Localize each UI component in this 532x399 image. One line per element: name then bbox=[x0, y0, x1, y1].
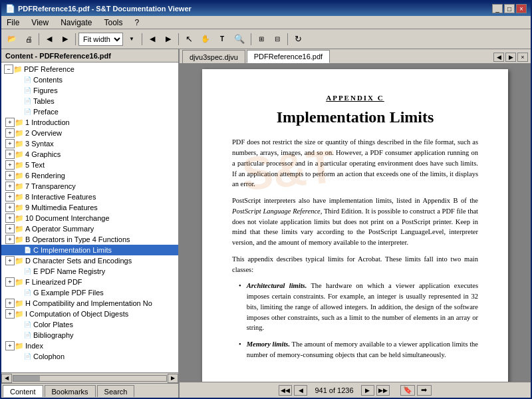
print-button[interactable]: 🖨 bbox=[21, 32, 36, 47]
tree-node-C[interactable]: 📄 C Implementation Limits bbox=[1, 245, 178, 255]
expander-9[interactable]: + bbox=[5, 203, 15, 212]
next-page-toolbar[interactable]: ▶ bbox=[161, 32, 176, 47]
hand-tool[interactable]: ✋ bbox=[198, 32, 213, 47]
tab-content[interactable]: Content bbox=[3, 385, 43, 397]
tree-node-contents[interactable]: 📄 Contents bbox=[1, 74, 178, 85]
expander-10[interactable]: + bbox=[5, 213, 15, 223]
menu-tools[interactable]: Tools bbox=[102, 17, 126, 28]
tree-node-I[interactable]: + 📁 I Computation of Object Digests bbox=[1, 309, 178, 319]
tab-nav: ◀ ▶ × bbox=[493, 53, 528, 63]
hscroll-right-btn[interactable]: ▶ bbox=[168, 374, 178, 383]
tree-node-7[interactable]: + 📁 7 Transparency bbox=[1, 181, 178, 192]
next-page-button[interactable]: ▶ bbox=[361, 385, 374, 396]
maximize-button[interactable]: □ bbox=[504, 4, 515, 13]
open-button[interactable]: 📂 bbox=[4, 32, 20, 47]
tree-node-colorplates[interactable]: 📄 Color Plates bbox=[1, 319, 178, 330]
tree-node-preface[interactable]: 📄 Preface bbox=[1, 106, 178, 117]
expander-root[interactable]: − bbox=[4, 65, 13, 74]
tab-bookmarks[interactable]: Bookmarks bbox=[45, 385, 96, 397]
menu-view[interactable]: View bbox=[29, 17, 51, 28]
expander-index[interactable]: + bbox=[5, 341, 15, 350]
minimize-button[interactable]: _ bbox=[492, 4, 503, 13]
tab-pdf[interactable]: PDFReference16.pdf bbox=[247, 50, 330, 63]
tab-prev-btn[interactable]: ◀ bbox=[493, 53, 504, 62]
tab-close-btn[interactable]: × bbox=[517, 53, 528, 62]
menu-file[interactable]: File bbox=[4, 17, 22, 28]
prev-page-toolbar[interactable]: ◀ bbox=[145, 32, 160, 47]
tree-node-index[interactable]: + 📁 Index bbox=[1, 340, 178, 351]
tree-node-E[interactable]: 📄 E PDF Name Registry bbox=[1, 266, 178, 277]
menubar: File View Navigate Tools ? bbox=[1, 16, 531, 29]
rotate-tool[interactable]: ↻ bbox=[291, 32, 305, 47]
tab-search[interactable]: Search bbox=[97, 385, 135, 397]
tree-node-B[interactable]: + 📁 B Operators in Type 4 Functions bbox=[1, 234, 178, 245]
tree-node-G[interactable]: 📄 G Example PDF Files bbox=[1, 287, 178, 298]
tree-node-5[interactable]: + 📁 5 Text bbox=[1, 160, 178, 170]
fit-page-tool[interactable]: ⊟ bbox=[270, 32, 285, 47]
tree-node-9[interactable]: + 📁 9 Multimedia Features bbox=[1, 202, 178, 213]
tree-node-6[interactable]: + 📁 6 Rendering bbox=[1, 170, 178, 181]
tree-node-colophon[interactable]: 📄 Colophon bbox=[1, 351, 178, 362]
menu-help[interactable]: ? bbox=[132, 17, 142, 28]
app-icon: 📄 bbox=[5, 4, 15, 13]
forward-button[interactable]: ▶ bbox=[58, 32, 72, 47]
tree-node-figures[interactable]: 📄 Figures bbox=[1, 85, 178, 96]
content-area: Content - PDFReference16.pdf − 📁 PDF Ref… bbox=[1, 49, 531, 398]
tree-node-H[interactable]: + 📁 H Compatibility and Implementation N… bbox=[1, 298, 178, 309]
expander-F[interactable]: + bbox=[5, 277, 15, 287]
zoom-dropdown-button[interactable]: ▼ bbox=[124, 32, 139, 47]
tree-node-root[interactable]: − 📁 PDF Reference bbox=[1, 64, 178, 74]
tree-node-tables[interactable]: 📄 Tables bbox=[1, 96, 178, 106]
tree-label-10: 10 Document Interchange bbox=[25, 214, 110, 222]
first-page-button[interactable]: ◀◀ bbox=[279, 385, 292, 396]
expander-3[interactable]: + bbox=[5, 139, 15, 148]
tab-header: djvu3spec.djvu PDFReference16.pdf ◀ ▶ × bbox=[180, 49, 531, 64]
folder-icon-H: 📁 bbox=[15, 299, 24, 308]
pdf-body: PDF does not restrict the size or quanti… bbox=[232, 137, 478, 360]
prev-page-button[interactable]: ◀ bbox=[294, 385, 307, 396]
tree-node-10[interactable]: + 📁 10 Document Interchange bbox=[1, 213, 178, 223]
tree-node-F[interactable]: + 📁 F Linearized PDF bbox=[1, 277, 178, 287]
tree-node-2[interactable]: + 📁 2 Overview bbox=[1, 128, 178, 138]
folder-icon-3: 📁 bbox=[15, 139, 24, 148]
tree-node-4[interactable]: + 📁 4 Graphics bbox=[1, 149, 178, 160]
expander-1[interactable]: + bbox=[5, 118, 15, 127]
tree-node-biblio[interactable]: 📄 Bibliography bbox=[1, 330, 178, 340]
text-tool[interactable]: T bbox=[215, 32, 229, 47]
tree-container[interactable]: − 📁 PDF Reference 📄 Contents 📄 Figures bbox=[1, 63, 178, 372]
expander-I[interactable]: + bbox=[5, 309, 15, 319]
expander-D[interactable]: + bbox=[5, 256, 15, 265]
tree-node-3[interactable]: + 📁 3 Syntax bbox=[1, 138, 178, 149]
pdf-bullet1-text: Architectural limits. The hardware on wh… bbox=[247, 281, 478, 333]
zoom-in-tool[interactable]: 🔍 bbox=[231, 32, 248, 47]
close-button[interactable]: × bbox=[516, 4, 527, 13]
toolbar-sep-2 bbox=[75, 33, 76, 45]
tree-node-1[interactable]: + 📁 1 Introduction bbox=[1, 117, 178, 128]
fit-width-tool[interactable]: ⊞ bbox=[254, 32, 269, 47]
tree-node-A[interactable]: + 📁 A Operator Summary bbox=[1, 223, 178, 234]
expander-B[interactable]: + bbox=[5, 235, 15, 244]
expander-A[interactable]: + bbox=[5, 224, 15, 233]
menu-navigate[interactable]: Navigate bbox=[58, 17, 94, 28]
back-button[interactable]: ◀ bbox=[42, 32, 57, 47]
goto-button[interactable]: ➡ bbox=[417, 385, 432, 396]
last-page-button[interactable]: ▶▶ bbox=[376, 385, 390, 396]
pdf-area[interactable]: S&T APPENDIX C Implementation Limits PDF… bbox=[180, 64, 531, 382]
tree-node-D[interactable]: + 📁 D Character Sets and Encodings bbox=[1, 255, 178, 266]
tab-next-btn[interactable]: ▶ bbox=[505, 53, 516, 62]
expander-H[interactable]: + bbox=[5, 299, 15, 308]
expander-7[interactable]: + bbox=[5, 182, 15, 191]
expander-8[interactable]: + bbox=[5, 192, 15, 201]
expander-2[interactable]: + bbox=[5, 128, 15, 138]
tree-node-8[interactable]: + 📁 8 Interactive Features bbox=[1, 192, 178, 202]
pdf-bullet-2: • Memory limits. The amount of memory av… bbox=[239, 339, 478, 360]
expander-4[interactable]: + bbox=[5, 150, 15, 159]
select-tool[interactable]: ↖ bbox=[182, 32, 196, 47]
expander-5[interactable]: + bbox=[5, 160, 15, 170]
expander-6[interactable]: + bbox=[5, 171, 15, 180]
bookmark-button[interactable]: 🔖 bbox=[400, 385, 415, 396]
tree-label-figures: Figures bbox=[33, 86, 58, 94]
hscroll-left-btn[interactable]: ◀ bbox=[1, 374, 12, 383]
zoom-select[interactable]: Fit width Fit page 50% 75% 100% bbox=[78, 33, 123, 46]
tab-djvu[interactable]: djvu3spec.djvu bbox=[182, 50, 245, 63]
